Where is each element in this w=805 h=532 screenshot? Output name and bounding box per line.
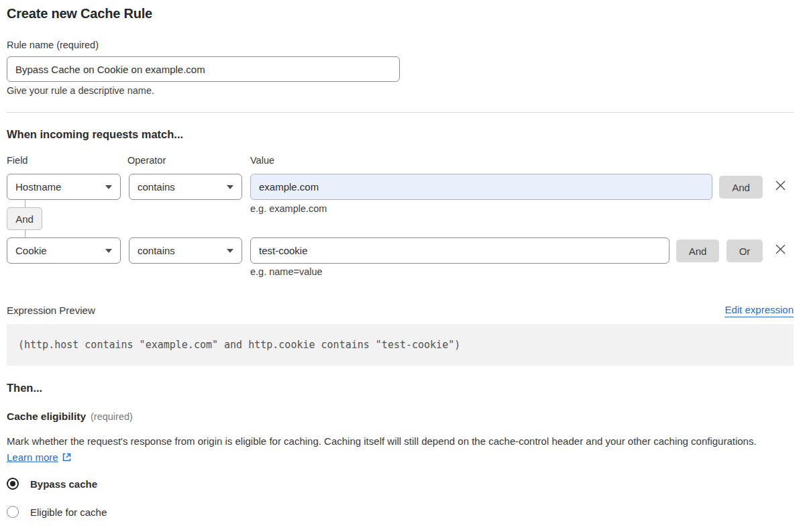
connector-and-button[interactable]: And <box>7 207 42 230</box>
page-title: Create new Cache Rule <box>7 6 152 21</box>
rule-name-input[interactable] <box>7 56 400 82</box>
value-input-row1[interactable] <box>250 174 712 200</box>
value-helper-row1: e.g. example.com <box>250 203 327 214</box>
radio-option-bypass-cache[interactable]: Bypass cache <box>7 478 97 490</box>
then-section-heading: Then... <box>7 382 42 394</box>
remove-row1-button[interactable] <box>773 178 788 193</box>
cache-eligibility-description: Mark whether the request's response from… <box>7 433 777 467</box>
value-helper-row2: e.g. name=value <box>250 266 323 277</box>
rule-name-label: Rule name (required) <box>7 40 99 50</box>
cache-eligibility-heading: Cache eligibility(required) <box>7 411 133 423</box>
edit-expression-link[interactable]: Edit expression <box>724 304 794 317</box>
value-input-row2[interactable] <box>250 237 669 264</box>
field-select-row2-value: Cookie <box>15 245 47 256</box>
field-select-row2[interactable]: Cookie <box>7 237 121 264</box>
column-label-value: Value <box>250 155 274 166</box>
caret-down-icon <box>227 249 233 253</box>
expression-preview-label: Expression Preview <box>7 305 95 316</box>
learn-more-link[interactable]: Learn more <box>7 451 58 463</box>
radio-option-eligible-for-cache[interactable]: Eligible for cache <box>7 506 107 518</box>
radio-label: Bypass cache <box>30 478 97 490</box>
operator-select-row2-value: contains <box>138 245 175 256</box>
radio-unselected-icon <box>7 506 19 518</box>
description-text: Mark whether the request's response from… <box>7 435 757 447</box>
column-label-field: Field <box>7 155 28 166</box>
cache-eligibility-title: Cache eligibility <box>7 411 86 422</box>
caret-down-icon <box>105 249 112 253</box>
section-divider <box>7 112 794 113</box>
external-link-icon <box>62 451 72 467</box>
add-and-button-row1[interactable]: And <box>719 176 763 199</box>
add-and-button-row2[interactable]: And <box>676 240 719 262</box>
match-section-heading: When incoming requests match... <box>7 128 183 141</box>
close-icon <box>774 179 787 192</box>
radio-selected-icon <box>7 478 19 490</box>
radio-label: Eligible for cache <box>30 507 107 518</box>
close-icon <box>774 243 787 256</box>
field-select-row1-value: Hostname <box>15 181 61 193</box>
expression-preview-box: (http.host contains "example.com" and ht… <box>7 324 794 366</box>
required-tag: (required) <box>91 411 133 422</box>
operator-select-row1-value: contains <box>138 181 175 193</box>
column-label-operator: Operator <box>127 155 166 166</box>
operator-select-row2[interactable]: contains <box>129 237 242 264</box>
operator-select-row1[interactable]: contains <box>129 174 242 200</box>
caret-down-icon <box>227 185 233 189</box>
caret-down-icon <box>105 185 112 189</box>
expression-preview-value: (http.host contains "example.com" and ht… <box>7 324 794 366</box>
rule-name-helper: Give your rule a descriptive name. <box>7 85 154 96</box>
create-cache-rule-page: Create new Cache Rule Rule name (require… <box>0 0 805 532</box>
field-select-row1[interactable]: Hostname <box>7 174 121 200</box>
add-or-button-row2[interactable]: Or <box>727 240 763 262</box>
remove-row2-button[interactable] <box>773 242 788 257</box>
